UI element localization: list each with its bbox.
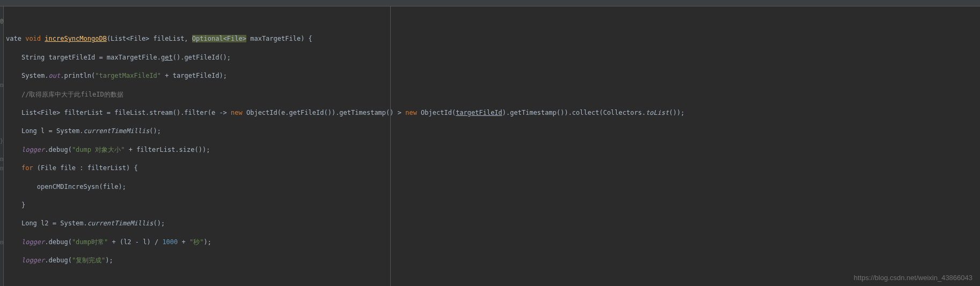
- fold-icon[interactable]: ⊟: [0, 82, 3, 88]
- code-line[interactable]: Long l = System.currentTimeMillis();: [6, 127, 980, 136]
- fold-close-icon[interactable]: }: [0, 138, 3, 144]
- code-line[interactable]: [6, 275, 980, 284]
- watermark: https://blog.csdn.net/weixin_43866043: [854, 274, 972, 282]
- code-line[interactable]: //取得原库中大于此fileID的数据: [6, 90, 980, 99]
- fold-icon[interactable]: ⊟: [0, 156, 3, 162]
- fold-icon[interactable]: ⊟: [0, 239, 3, 245]
- editor-container: @ ⊟ } ⊟ ⊟ ⊟ vate voi: [0, 6, 980, 286]
- code-line[interactable]: System.out.println("targetMaxFileId" + t…: [6, 71, 980, 80]
- code-line[interactable]: vate void increSyncMongoDB(List<File> fi…: [6, 34, 980, 43]
- code-line[interactable]: String targetFileId = maxTargetFile.get(…: [6, 53, 980, 62]
- code-line[interactable]: logger.debug("dump 对象大小" + filterList.si…: [6, 145, 980, 155]
- code-line[interactable]: for (File file : filterList) {: [6, 164, 980, 173]
- code-line[interactable]: logger.debug("复制完成");: [6, 256, 980, 265]
- code-line[interactable]: }: [6, 201, 980, 210]
- code-editor[interactable]: vate void increSyncMongoDB(List<File> fi…: [4, 6, 980, 286]
- right-margin-line: [390, 6, 391, 286]
- code-line[interactable]: openCMDIncreSysn(file);: [6, 182, 980, 192]
- code-line[interactable]: logger.debug("dump时常" + (l2 - l) / 1000 …: [6, 238, 980, 247]
- code-line[interactable]: Long l2 = System.currentTimeMillis();: [6, 219, 980, 228]
- editor-toolbar: [0, 0, 980, 6]
- annotation-icon: @: [0, 18, 3, 24]
- gutter[interactable]: @ ⊟ } ⊟ ⊟ ⊟: [0, 6, 4, 286]
- fold-icon[interactable]: ⊟: [0, 165, 3, 171]
- code-line[interactable]: List<File> filterList = fileList.stream(…: [6, 108, 980, 118]
